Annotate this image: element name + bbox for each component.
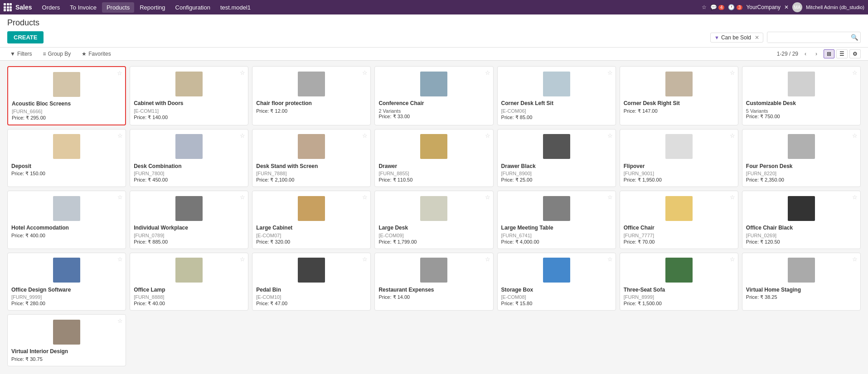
create-button[interactable]: CREATE bbox=[7, 31, 44, 43]
favorite-button[interactable]: ☆ bbox=[852, 256, 858, 263]
product-card[interactable]: ☆Three-Seat Sofa[FURN_8999]Price: ₹ 1,50… bbox=[620, 253, 738, 311]
product-card[interactable]: ☆Pedal Bin[E-COM10]Price: ₹ 47.00 bbox=[252, 253, 371, 311]
settings-view-button[interactable]: ⚙ bbox=[849, 49, 861, 58]
product-card[interactable]: ☆Conference Chair2 VariantsPrice: ₹ 33.0… bbox=[374, 66, 493, 125]
favorite-button[interactable]: ☆ bbox=[730, 132, 735, 139]
favorite-button[interactable]: ☆ bbox=[852, 69, 858, 76]
favorite-button[interactable]: ☆ bbox=[485, 69, 490, 76]
favorite-button[interactable]: ☆ bbox=[852, 194, 858, 201]
next-page-button[interactable]: › bbox=[813, 49, 820, 58]
product-name: Corner Desk Right Sit bbox=[624, 100, 734, 107]
favorite-button[interactable]: ☆ bbox=[240, 256, 245, 263]
favorite-button[interactable]: ☆ bbox=[362, 256, 368, 263]
favorite-button[interactable]: ☆ bbox=[117, 256, 123, 263]
chat-icon[interactable]: 💬 4 bbox=[710, 4, 725, 10]
product-name: Hotel Accommodation bbox=[11, 225, 122, 232]
list-view-button[interactable]: ☰ bbox=[836, 49, 848, 58]
product-card[interactable]: ☆Large Meeting Table[FURN_6741]Price: ₹ … bbox=[497, 191, 616, 249]
product-card[interactable]: ☆Drawer[FURN_8855]Price: ₹ 110.50 bbox=[374, 129, 493, 187]
favorite-button[interactable]: ☆ bbox=[362, 69, 368, 76]
favorite-button[interactable]: ☆ bbox=[730, 194, 735, 201]
product-card[interactable]: ☆Chair floor protectionPrice: ₹ 12.00 bbox=[252, 66, 371, 125]
search-button[interactable]: 🔍 bbox=[849, 32, 860, 43]
menu-orders[interactable]: Orders bbox=[38, 2, 65, 13]
product-name: Storage Box bbox=[501, 287, 612, 294]
app-logo[interactable]: Sales bbox=[4, 3, 32, 11]
product-card[interactable]: ☆Office Lamp[FURN_8888]Price: ₹ 40.00 bbox=[130, 253, 248, 311]
product-card[interactable]: ☆Acoustic Bloc Screens[FURN_6666]Price: … bbox=[7, 66, 126, 125]
product-card[interactable]: ☆Storage Box[E-COM08]Price: ₹ 15.80 bbox=[497, 253, 616, 311]
favorite-button[interactable]: ☆ bbox=[485, 132, 490, 139]
product-price: Price: ₹ 140.00 bbox=[134, 115, 244, 120]
favorite-button[interactable]: ☆ bbox=[730, 69, 735, 76]
prev-page-button[interactable]: ‹ bbox=[802, 49, 809, 58]
menu-products[interactable]: Products bbox=[102, 2, 134, 13]
product-card[interactable]: ☆Drawer Black[FURN_8900]Price: ₹ 25.00 bbox=[497, 129, 616, 187]
menu-test-model[interactable]: test.model1 bbox=[216, 2, 255, 13]
product-card[interactable]: ☆Desk Stand with Screen[FURN_7888]Price:… bbox=[252, 129, 371, 187]
product-ref: [FURN_9999] bbox=[11, 294, 122, 300]
product-card[interactable]: ☆Flipover[FURN_9001]Price: ₹ 1,950.00 bbox=[620, 129, 738, 187]
favorite-button[interactable]: ☆ bbox=[607, 69, 613, 76]
product-card[interactable]: ☆Cabinet with Doors[E-COM11]Price: ₹ 140… bbox=[130, 66, 248, 125]
favorite-button[interactable]: ☆ bbox=[362, 132, 368, 139]
favorite-button[interactable]: ☆ bbox=[362, 194, 368, 201]
product-card[interactable]: ☆Office Chair[FURN_7777]Price: ₹ 70.00 bbox=[620, 191, 738, 249]
user-name[interactable]: Mitchell Admin (db_studio) bbox=[806, 5, 864, 10]
product-price: Price: ₹ 33.00 bbox=[378, 114, 489, 120]
product-card[interactable]: ☆Large Cabinet[E-COM07]Price: ₹ 320.00 bbox=[252, 191, 371, 249]
favorite-button[interactable]: ☆ bbox=[607, 256, 613, 263]
favorite-button[interactable]: ☆ bbox=[117, 70, 122, 77]
favorite-button[interactable]: ☆ bbox=[485, 256, 490, 263]
menu-to-invoice[interactable]: To Invoice bbox=[65, 2, 101, 13]
product-card[interactable]: ☆Virtual Interior DesignPrice: ₹ 30.75 bbox=[7, 314, 126, 366]
product-card[interactable]: ☆Four Person Desk[FURN_8220]Price: ₹ 2,3… bbox=[742, 129, 861, 187]
product-card[interactable]: ☆Large Desk[E-COM09]Price: ₹ 1,799.00 bbox=[374, 191, 493, 249]
product-card[interactable]: ☆Hotel AccommodationPrice: ₹ 400.00 bbox=[7, 191, 126, 249]
product-name: Cabinet with Doors bbox=[134, 100, 244, 107]
favorite-button[interactable]: ☆ bbox=[852, 132, 858, 139]
product-card[interactable]: ☆Virtual Home StagingPrice: ₹ 38.25 bbox=[742, 253, 861, 311]
clock-icon[interactable]: 🕐 3 bbox=[728, 4, 742, 10]
product-ref: [FURN_7888] bbox=[256, 171, 367, 176]
product-card[interactable]: ☆Individual Workplace[FURN_0789]Price: ₹… bbox=[130, 191, 248, 249]
favorite-button[interactable]: ☆ bbox=[117, 194, 123, 201]
product-card[interactable]: ☆Office Design Software[FURN_9999]Price:… bbox=[7, 253, 126, 311]
group-by-button[interactable]: ≡ Group By bbox=[40, 49, 74, 58]
page-title: Products bbox=[7, 18, 861, 28]
favorite-button[interactable]: ☆ bbox=[240, 132, 245, 139]
search-input[interactable] bbox=[767, 33, 849, 43]
product-price: Price: ₹ 30.75 bbox=[11, 356, 122, 362]
product-card[interactable]: ☆Customizable Desk5 VariantsPrice: ₹ 750… bbox=[742, 66, 861, 125]
kanban-view-button[interactable]: ⊞ bbox=[824, 49, 834, 58]
product-card[interactable]: ☆Corner Desk Right SitPrice: ₹ 147.00 bbox=[620, 66, 738, 125]
company-name[interactable]: YourCompany bbox=[746, 4, 781, 10]
favorite-button[interactable]: ☆ bbox=[240, 194, 245, 201]
product-price: Price: ₹ 150.00 bbox=[11, 171, 122, 177]
product-name: Drawer Black bbox=[501, 163, 612, 170]
favorite-button[interactable]: ☆ bbox=[240, 69, 245, 76]
toolbar-right: 1-29 / 29 ‹ › ⊞ ☰ ⚙ bbox=[777, 49, 861, 58]
product-name: Large Cabinet bbox=[256, 225, 367, 232]
favorite-button[interactable]: ☆ bbox=[607, 194, 613, 201]
favorite-button[interactable]: ☆ bbox=[117, 132, 123, 139]
avatar[interactable]: MA bbox=[792, 2, 802, 12]
product-card[interactable]: ☆DepositPrice: ₹ 150.00 bbox=[7, 129, 126, 187]
remove-filter-button[interactable]: ✕ bbox=[755, 34, 759, 41]
favorite-button[interactable]: ☆ bbox=[485, 194, 490, 201]
settings-icon[interactable]: ✕ bbox=[784, 4, 789, 10]
product-card[interactable]: ☆Restaurant ExpensesPrice: ₹ 14.00 bbox=[374, 253, 493, 311]
product-name: Office Chair bbox=[624, 225, 734, 232]
favorites-button[interactable]: ★ Favorites bbox=[79, 49, 113, 58]
star-icon[interactable]: ☆ bbox=[702, 4, 707, 10]
favorite-button[interactable]: ☆ bbox=[730, 256, 735, 263]
favorite-button[interactable]: ☆ bbox=[117, 317, 123, 324]
product-ref: [E-COM09] bbox=[378, 233, 489, 238]
menu-configuration[interactable]: Configuration bbox=[171, 2, 215, 13]
menu-reporting[interactable]: Reporting bbox=[135, 2, 170, 13]
product-card[interactable]: ☆Corner Desk Left Sit[E-COM06]Price: ₹ 8… bbox=[497, 66, 616, 125]
product-card[interactable]: ☆Office Chair Black[FURN_0269]Price: ₹ 1… bbox=[742, 191, 861, 249]
filters-button[interactable]: ▼ Filters bbox=[7, 49, 35, 58]
favorite-button[interactable]: ☆ bbox=[607, 132, 613, 139]
product-card[interactable]: ☆Desk Combination[FURN_7800]Price: ₹ 450… bbox=[130, 129, 248, 187]
